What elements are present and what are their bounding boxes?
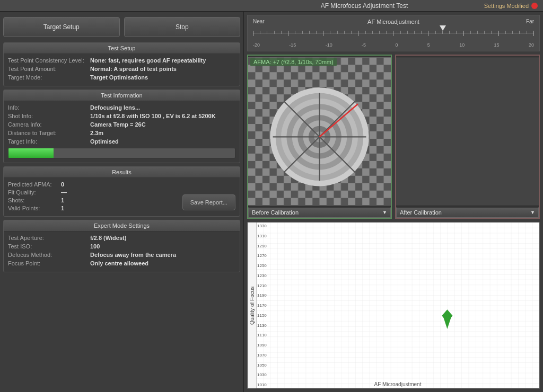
shots-label: Shots: [8,197,61,203]
test-amount-row: Test Point Amount: Normal: A spread of t… [8,66,235,72]
before-image-content: AFMA: +7 (f/2.8, 1/10s, 70mm) [248,56,391,207]
before-calibration-image [248,56,391,207]
test-amount-value: Normal: A spread of test points [90,66,177,72]
fit-quality-row: Fit Quality: — [8,189,177,195]
slider-tick-7 [442,31,443,34]
slider-tick--6 [351,31,352,34]
slider-tick-2 [407,31,408,34]
slider-far-label: Far [526,19,534,24]
main-layout: Target Setup Stop Test Setup Test Point … [0,12,543,392]
test-amount-label: Test Point Amount: [8,66,90,72]
target-info-value: Optimised [90,138,119,145]
test-consistency-row: Test Point Consistency Level: None: fast… [8,57,235,64]
top-buttons: Target Setup Stop [3,15,240,39]
chart-svg: AF Microadjustment -20 -15 -10 -5 0 5 10… [256,222,539,388]
test-setup-section: Test Setup Test Point Consistency Level:… [3,42,240,86]
results-header: Results [4,167,240,178]
slider-near-label: Near [253,19,265,24]
slider-tick--13 [302,31,303,34]
distance-value: 2.3m [90,130,103,136]
results-section: Results Predicted AFMA: 0 Fit Quality: — [3,166,240,217]
svg-rect-27 [256,222,539,388]
shot-info-row: Shot Info: 1/10s at f/2.8 with ISO 100 ,… [8,113,235,119]
slider-center-label: AF Microadjustment [367,19,419,25]
valid-points-value: 1 [61,205,64,211]
slider-ticks [253,31,534,35]
slider-tick-1 [400,31,401,34]
info-line-row: Info: Defocusing lens... [8,104,235,111]
after-calibration-panel: After Calibration ▼ [395,55,540,219]
before-dropdown[interactable]: Before Calibration ▼ [248,207,391,218]
shot-info-label: Shot Info: [8,113,90,119]
focus-point-row: Focus Point: Only centre alloweed [8,260,235,266]
title-bar: AF Microfocus Adjustment Test Settings M… [0,0,543,12]
slider-tick--7 [344,31,345,34]
slider-tick-14 [491,31,492,34]
expert-mode-body: Test Aperture: f/2.8 (Widest) Test ISO: … [4,231,240,272]
test-consistency-label: Test Point Consistency Level: [8,57,90,64]
right-panel: Near AF Microadjustment Far -20 -15 -10 … [244,12,543,392]
slider-tick--2 [379,31,380,34]
svg-rect-22 [396,57,539,205]
slider-tick-5 [428,31,428,36]
af-slider-area: Near AF Microadjustment Far -20 -15 -10 … [247,15,540,51]
target-info-label: Target Info: [8,138,90,145]
fit-quality-value: — [61,189,67,195]
target-setup-button[interactable]: Target Setup [3,17,120,37]
shots-value: 1 [61,197,64,203]
left-panel: Target Setup Stop Test Setup Test Point … [0,12,244,392]
slider-tick--14 [295,31,295,34]
slider-tick-18 [519,31,520,34]
distance-row: Distance to Target: 2.3m [8,130,235,136]
results-body: Predicted AFMA: 0 Fit Quality: — Shots: … [4,178,240,216]
after-dropdown[interactable]: After Calibration ▼ [396,207,539,218]
slider-numbers: -20 -15 -10 -5 0 5 10 15 20 [253,42,534,48]
target-info-row: Target Info: Optimised [8,138,235,145]
predicted-afma-value: 0 [61,181,64,188]
focus-point-label: Focus Point: [8,260,90,266]
defocus-method-label: Defocus Method: [8,252,90,258]
slider-tick-17 [512,31,513,34]
focus-point-value: Only centre alloweed [90,260,148,266]
slider-tick--9 [330,31,330,34]
slider-tick--19 [260,31,260,34]
slider-tick--16 [281,31,282,34]
settings-modified-dot [531,3,538,9]
after-image-content [396,56,539,207]
image-panels: AFMA: +7 (f/2.8, 1/10s, 70mm) Before Cal… [247,55,540,219]
test-iso-label: Test ISO: [8,243,90,250]
test-info-header: Test Information [4,90,240,101]
save-report-button[interactable]: Save Report... [182,194,235,210]
slider-tick--18 [267,31,267,34]
test-info-body: Info: Defocusing lens... Shot Info: 1/10… [4,101,240,163]
info-label: Info: [8,104,90,111]
slider-tick--1 [386,31,387,34]
slider-tick-6 [435,31,436,34]
slider-tick-0 [393,31,393,36]
slider-tick--10 [323,31,323,36]
slider-tick-3 [414,31,415,34]
camera-info-row: Camera Info: Camera Temp = 26C [8,121,235,128]
slider-tick-15 [498,31,499,36]
shots-row: Shots: 1 [8,197,177,203]
slider-track[interactable] [253,25,534,41]
test-info-section: Test Information Info: Defocusing lens..… [3,90,240,163]
valid-points-row: Valid Points: 1 [8,205,177,211]
slider-tick-4 [421,31,422,34]
info-value: Defocusing lens... [90,104,140,111]
chart-x-label: AF Microadjustment [256,381,539,387]
target-mode-value: Target Optimisations [90,74,148,81]
target-mode-label: Target Mode: [8,74,90,81]
slider-tick-9 [456,31,457,34]
slider-tick-20 [533,31,534,36]
test-setup-header: Test Setup [4,43,240,54]
chart-main: AF Microadjustment -20 -15 -10 -5 0 5 10… [256,222,539,388]
slider-tick-19 [527,31,527,34]
after-dropdown-arrow: ▼ [530,210,535,215]
slider-thumb[interactable] [440,25,446,31]
stop-button[interactable]: Stop [124,17,241,37]
defocus-method-value: Defocus away from the camera [90,252,176,258]
app-title: AF Microfocus Adjustment Test [244,2,484,10]
test-consistency-value: None: fast, requires good AF repeatabili… [90,57,206,64]
predicted-afma-row: Predicted AFMA: 0 [8,181,177,188]
